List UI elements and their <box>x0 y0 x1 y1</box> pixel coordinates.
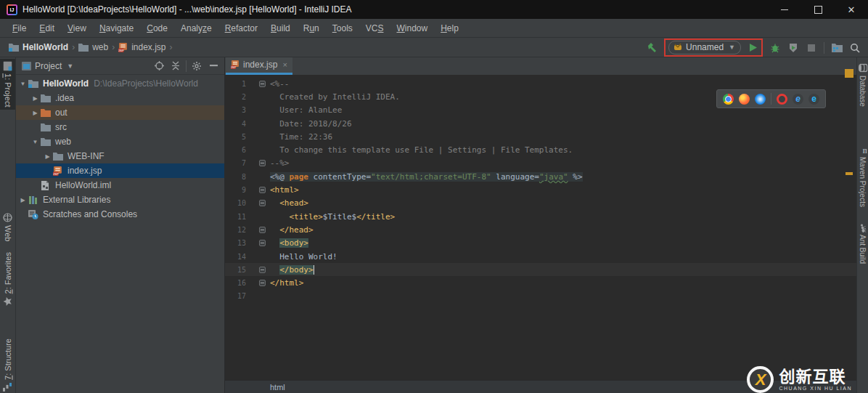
collapse-all-icon[interactable] <box>169 60 182 73</box>
chrome-icon[interactable] <box>723 94 734 105</box>
build-hammer-icon[interactable] <box>646 42 658 54</box>
code-line-5[interactable]: 5 Time: 22:36 <box>225 130 856 143</box>
project-view-icon <box>22 62 31 70</box>
breadcrumb-html-tag[interactable]: html <box>270 383 285 392</box>
breadcrumb-item-web[interactable]: web <box>77 41 110 54</box>
fold-marker-icon[interactable] <box>254 160 270 166</box>
tree-row--idea[interactable]: ▶.idea <box>16 91 224 105</box>
project-folder-icon <box>28 78 40 89</box>
chevron-down-icon[interactable]: ▼ <box>67 62 73 70</box>
fold-marker-icon[interactable] <box>254 280 270 286</box>
run-configuration-select[interactable]: Unnamed ▼ <box>668 41 741 54</box>
code-line-9[interactable]: 9<html> <box>225 183 856 196</box>
fold-marker-icon[interactable] <box>254 227 270 233</box>
code-line-11[interactable]: 11 <title>$Title$</title> <box>225 210 856 223</box>
close-button[interactable]: ✕ <box>835 0 868 19</box>
menu-item-run[interactable]: Run <box>297 21 326 36</box>
locate-file-icon[interactable] <box>152 60 165 73</box>
code-editor[interactable]: 1<%--2 Created by IntelliJ IDEA.3 User: … <box>225 75 856 380</box>
scrollbar-marker-dash[interactable] <box>846 172 853 175</box>
tree-row-src[interactable]: src <box>16 120 224 134</box>
scrollbar-marker-square[interactable] <box>845 69 853 78</box>
line-number: 11 <box>225 213 254 221</box>
code-line-4[interactable]: 4 Date: 2018/8/26 <box>225 117 856 130</box>
menu-item-navigate[interactable]: Navigate <box>93 21 140 36</box>
close-tab-icon[interactable]: × <box>282 60 287 69</box>
code-line-6[interactable]: 6 To change this template use File | Set… <box>225 143 856 156</box>
chevron-down-icon[interactable]: ▼ <box>19 81 27 87</box>
menu-item-refactor[interactable]: Refactor <box>218 21 264 36</box>
tree-row-helloworld[interactable]: ▼HelloWorldD:\IdeaProjects\HelloWorld <box>16 76 224 91</box>
breadcrumb-item-index-jsp[interactable]: JSPindex.jsp <box>117 41 167 54</box>
tree-row-web[interactable]: ▼web <box>16 134 224 149</box>
code-line-16[interactable]: 16</html> <box>225 276 856 289</box>
run-button[interactable] <box>747 42 758 54</box>
menu-item-vcs[interactable]: VCS <box>359 21 390 36</box>
code-line-15[interactable]: 15 </body> <box>225 263 856 276</box>
safari-icon[interactable] <box>755 94 766 105</box>
menu-item-window[interactable]: Window <box>390 21 434 36</box>
maximize-button[interactable] <box>801 0 835 19</box>
menu-item-file[interactable]: File <box>6 21 33 36</box>
chevron-right-icon[interactable]: ▶ <box>31 110 39 116</box>
run-with-coverage-button[interactable] <box>787 42 799 54</box>
edge-icon[interactable]: e <box>808 94 819 105</box>
hide-panel-icon[interactable] <box>207 60 220 73</box>
tool-stripe-button-2-favorites[interactable]: 2: Favorites <box>0 252 15 306</box>
debug-button[interactable] <box>769 42 781 54</box>
tool-stripe-button-web[interactable]: Web <box>0 213 15 241</box>
chevron-right-icon[interactable]: ▶ <box>31 95 39 102</box>
code-line-12[interactable]: 12 </head> <box>225 223 856 236</box>
chevron-down-icon[interactable]: ▼ <box>31 139 39 145</box>
internet-explorer-icon[interactable]: e <box>793 94 803 105</box>
tree-row-web-inf[interactable]: ▶WEB-INF <box>16 149 224 163</box>
code-line-17[interactable]: 17 <box>225 290 856 303</box>
tool-stripe-button-maven-projects[interactable]: mMaven Projects <box>857 146 868 207</box>
menu-item-help[interactable]: Help <box>434 21 465 36</box>
code-line-13[interactable]: 13 <body> <box>225 237 856 250</box>
minimize-button[interactable] <box>768 0 801 19</box>
tool-stripe-button-7-structure[interactable]: 7: Structure <box>0 339 15 392</box>
ant-icon <box>858 224 867 232</box>
breadcrumb-item-helloworld[interactable]: HelloWorld <box>7 41 70 54</box>
code-text: Time: 22:36 <box>270 132 332 142</box>
code-line-1[interactable]: 1<%-- <box>225 77 856 90</box>
line-number: 17 <box>225 292 254 300</box>
tool-stripe-button-1-project[interactable]: 1: Project <box>0 59 15 110</box>
chevron-right-icon[interactable]: ▶ <box>19 197 27 203</box>
tree-row-helloworld-iml[interactable]: HelloWorld.iml <box>16 178 224 193</box>
watermark-en-text: CHUANG XIN HU LIAN <box>779 386 852 391</box>
code-line-10[interactable]: 10 <head> <box>225 197 856 210</box>
opera-icon[interactable] <box>777 94 787 105</box>
menu-item-build[interactable]: Build <box>264 21 297 36</box>
project-panel-title[interactable]: Project <box>35 61 62 71</box>
tree-label: HelloWorld <box>43 78 89 89</box>
fold-marker-icon[interactable] <box>254 267 270 273</box>
fold-marker-icon[interactable] <box>254 200 270 206</box>
menu-item-tools[interactable]: Tools <box>326 21 359 36</box>
run-config-group: Unnamed ▼ <box>664 39 763 57</box>
menu-item-edit[interactable]: Edit <box>33 21 61 36</box>
search-everywhere-icon[interactable] <box>849 42 861 54</box>
gear-icon[interactable] <box>190 60 203 73</box>
code-line-14[interactable]: 14 Hello World! <box>225 250 856 263</box>
code-line-8[interactable]: 8<%@ page contentType="text/html;charset… <box>225 170 856 183</box>
firefox-icon[interactable] <box>739 94 750 105</box>
tab-index-jsp[interactable]: JSP index.jsp × <box>226 57 292 75</box>
menu-item-code[interactable]: Code <box>140 21 174 36</box>
fold-marker-icon[interactable] <box>254 240 270 246</box>
tree-row-external-libraries[interactable]: ▶External Libraries <box>16 193 224 207</box>
tree-row-scratches-and-consoles[interactable]: Scratches and Consoles <box>16 207 224 222</box>
tree-row-out[interactable]: ▶out <box>16 105 224 120</box>
code-line-7[interactable]: 7--%> <box>225 157 856 170</box>
tool-stripe-button-ant-build[interactable]: Ant Build <box>857 224 868 264</box>
menu-item-analyze[interactable]: Analyze <box>174 21 218 36</box>
chevron-right-icon[interactable]: ▶ <box>44 153 52 160</box>
menu-item-view[interactable]: View <box>61 21 93 36</box>
tree-row-index-jsp[interactable]: JSPindex.jsp <box>16 163 224 178</box>
project-structure-button[interactable] <box>831 42 843 54</box>
tool-stripe-button-database[interactable]: Database <box>857 63 868 107</box>
stop-button[interactable] <box>806 42 817 54</box>
fold-marker-icon[interactable] <box>254 81 270 87</box>
fold-marker-icon[interactable] <box>254 187 270 193</box>
